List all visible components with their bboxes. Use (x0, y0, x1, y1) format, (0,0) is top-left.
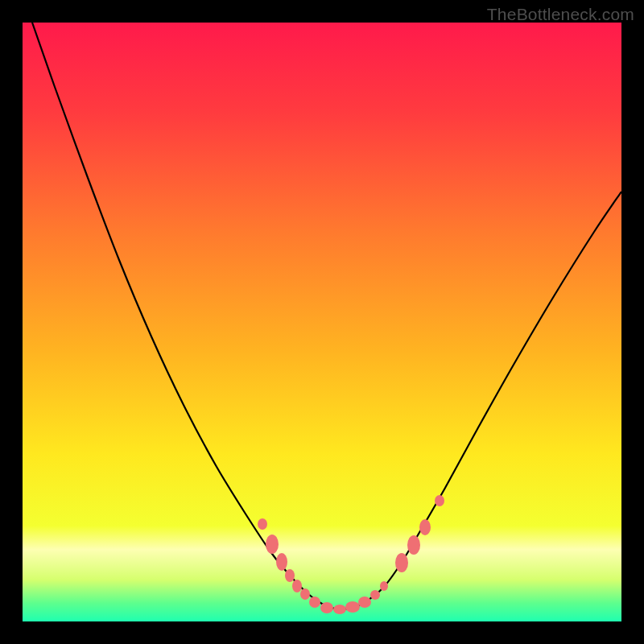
highlight-bead (309, 597, 320, 608)
highlight-bead (300, 588, 310, 600)
highlight-bead (435, 495, 444, 506)
highlight-bead (380, 581, 388, 591)
highlight-bead (276, 553, 287, 571)
highlight-bead (395, 553, 408, 572)
gradient-background (23, 23, 621, 621)
highlight-bead (370, 590, 380, 600)
watermark-text: TheBottleneck.com (487, 5, 634, 24)
highlight-bead (345, 601, 360, 613)
highlight-bead (333, 605, 346, 614)
highlight-bead (407, 535, 420, 555)
highlight-bead (419, 519, 431, 535)
highlight-bead (292, 580, 302, 592)
highlight-bead (266, 535, 279, 554)
plot-area (23, 23, 621, 621)
highlight-bead (358, 597, 371, 608)
bottleneck-chart (23, 23, 621, 621)
highlight-bead (285, 569, 295, 582)
highlight-bead (320, 602, 333, 613)
chart-frame: TheBottleneck.com (0, 0, 644, 644)
highlight-bead (258, 518, 267, 530)
